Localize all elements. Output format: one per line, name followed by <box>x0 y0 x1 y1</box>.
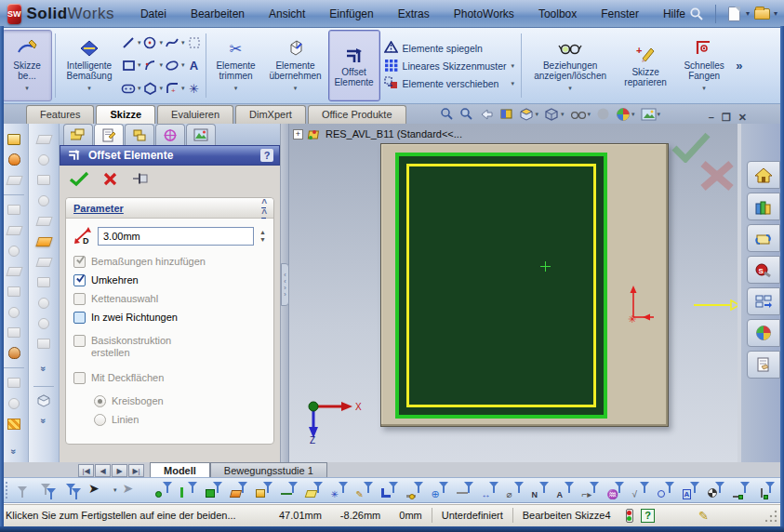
swept-boss-icon[interactable] <box>5 172 23 188</box>
status-edit-mode[interactable]: Bearbeiten Skizze4 <box>513 510 620 521</box>
filter-center-of-mass-icon[interactable] <box>706 481 725 499</box>
fillet-tool-icon[interactable]: + <box>164 81 180 96</box>
view-palette-icon[interactable] <box>747 287 780 315</box>
filter-toggle-icon[interactable] <box>13 481 33 499</box>
shadows-toggle-icon[interactable] <box>596 107 610 121</box>
displaymanager-tab-icon[interactable] <box>186 124 216 145</box>
relations-dropdown-icon[interactable]: ▾ <box>568 83 572 93</box>
new-document-icon[interactable] <box>725 5 744 23</box>
ellipse-tool-icon[interactable] <box>164 58 180 73</box>
appearances-scenes-icon[interactable] <box>747 319 780 347</box>
menu-fenster[interactable]: Fenster <box>599 6 641 22</box>
tab-features[interactable]: Features <box>26 105 94 124</box>
standard-views-cube-icon[interactable] <box>34 393 53 409</box>
views-chevron-icon[interactable]: » <box>39 419 49 424</box>
chamfer-feature-icon[interactable] <box>5 325 23 340</box>
zoom-to-area-icon[interactable] <box>459 107 473 121</box>
linear-pattern-feature-icon[interactable] <box>5 375 23 391</box>
open-document-dropdown-icon[interactable]: ▾ <box>774 9 777 18</box>
filter-routing-points-icon[interactable] <box>756 481 776 499</box>
slot-dropdown-icon[interactable]: ▾ <box>138 85 141 92</box>
dome-feature-icon[interactable] <box>34 193 53 208</box>
revolved-cut-icon[interactable] <box>5 243 23 259</box>
offset-entities-button[interactable]: Offset Elemente <box>328 30 380 101</box>
doc-close-button[interactable]: ✕ <box>738 112 747 124</box>
filter-sketches-icon[interactable]: ✎ <box>354 481 374 499</box>
graphics-viewport[interactable]: + RES_AVL_B11 (Standard<<... ✳ <box>289 124 737 462</box>
tab-scroll-first-icon[interactable]: |◀ <box>78 464 94 477</box>
menu-einfuegen[interactable]: Einfügen <box>327 6 375 22</box>
edit-appearance-icon[interactable]: ▾ <box>616 107 635 122</box>
checkbox-make-base-construction[interactable]: Basiskonstruktion erstellen <box>73 335 266 359</box>
helix-curve-icon[interactable] <box>34 315 53 331</box>
draft-feature-icon[interactable] <box>34 152 53 167</box>
reference-axis-icon[interactable] <box>34 254 53 270</box>
filter-annotations-icon[interactable]: A <box>555 481 575 499</box>
move-entities-button[interactable]: Elemente verschieben ▾ <box>384 76 515 91</box>
filter-dimensions-icon[interactable]: ↔ <box>480 481 499 499</box>
slot-tool-icon[interactable] <box>120 81 137 96</box>
design-library-icon[interactable] <box>747 193 780 220</box>
zoom-to-fit-icon[interactable] <box>440 107 454 121</box>
filter-center-marks-icon[interactable]: ⊕ <box>430 481 449 499</box>
open-document-icon[interactable] <box>753 5 772 23</box>
tab-dimxpert[interactable]: DimXpert <box>235 105 306 124</box>
display-style-dropdown-icon[interactable]: ▾ <box>561 111 565 118</box>
display-delete-relations-button[interactable]: Beziehungen anzeigen/löschen ▾ <box>525 30 616 101</box>
view-orientation-icon[interactable]: ▾ <box>519 107 539 122</box>
reference-point-icon[interactable] <box>34 295 53 311</box>
filter-datum-targets-icon[interactable]: A <box>681 481 700 499</box>
filter-notes-icon[interactable]: N <box>530 481 550 499</box>
smart-dimension-dropdown-icon[interactable]: ▾ <box>87 83 91 93</box>
tab-bewegungsstudie-1[interactable]: Bewegungsstudie 1 <box>210 462 327 477</box>
checkbox-add-dimensions[interactable]: Bemaßungen hinzufügen <box>73 256 266 268</box>
quick-tips-traffic-light-icon[interactable] <box>620 509 639 523</box>
offset-direction-arrow[interactable] <box>694 299 737 311</box>
tab-scroll-prev-icon[interactable]: ◀ <box>95 464 111 477</box>
tab-skizze[interactable]: Skizze <box>96 105 155 124</box>
fillet-dropdown-icon[interactable]: ▾ <box>181 85 185 92</box>
menu-bearbeiten[interactable]: Bearbeiten <box>189 6 246 22</box>
ellipse-dropdown-icon[interactable]: ▾ <box>181 61 185 69</box>
select-all-filters-icon[interactable] <box>63 481 83 499</box>
delete-face-icon[interactable] <box>34 336 53 352</box>
tree-expand-icon[interactable]: + <box>293 129 303 140</box>
arc-dropdown-icon[interactable]: ▾ <box>160 61 164 69</box>
configurationmanager-tab-icon[interactable] <box>125 124 154 145</box>
distance-spinner[interactable]: ▲▼ <box>259 230 266 243</box>
menu-datei[interactable]: Datei <box>139 6 168 22</box>
point-tool-icon[interactable]: ✳ <box>186 81 203 96</box>
trim-entities-button[interactable]: ✂ Elemente trimmen ▾ <box>209 30 263 101</box>
checkbox-bi-directional[interactable]: In zwei Richtungen <box>73 312 266 324</box>
radio-arcs[interactable]: Kreisbogen <box>94 395 266 407</box>
line-tool-icon[interactable] <box>120 35 137 50</box>
filter-surface-bodies-icon[interactable] <box>229 481 248 499</box>
lofted-boss-icon[interactable] <box>5 202 23 218</box>
tree-root-label[interactable]: RES_AVL_B11 (Standard<<... <box>326 128 462 140</box>
extruded-boss-icon[interactable] <box>5 131 23 147</box>
filter-faces-icon[interactable] <box>204 481 223 499</box>
wrap-feature-icon[interactable] <box>34 172 53 188</box>
convert-dropdown-icon[interactable]: ▾ <box>294 83 298 93</box>
revolved-boss-icon[interactable] <box>5 152 23 167</box>
filter-weld-symbols-icon[interactable]: ⌐▸ <box>580 481 600 499</box>
linear-sketch-pattern-button[interactable]: Lineares Skizzenmuster ▾ <box>384 59 515 73</box>
part-face[interactable]: ✳ <box>380 143 669 427</box>
lofted-cut-icon[interactable] <box>5 284 23 299</box>
tab-office-produkte[interactable]: Office Produkte <box>308 105 406 124</box>
display-style-icon[interactable]: ▾ <box>544 107 565 122</box>
exit-sketch-dropdown-icon[interactable]: ▾ <box>25 83 29 93</box>
filter-surface-finish-icon[interactable]: √ <box>631 481 650 499</box>
section-view-icon[interactable] <box>499 107 513 121</box>
collapse-chevron-icon[interactable]: ^^ <box>261 198 266 219</box>
window-resize-grip[interactable] <box>765 509 778 522</box>
splitter-handle[interactable]: ‹‹›› <box>281 263 289 306</box>
filter-hole-callouts-icon[interactable]: ⌀ <box>505 481 525 499</box>
apply-scene-icon[interactable]: ▾ <box>641 108 661 121</box>
fillet-feature-icon[interactable] <box>5 304 23 320</box>
radio-lines[interactable]: Linien <box>94 414 266 426</box>
repair-sketch-button[interactable]: + Skizze reparieren <box>616 30 675 101</box>
filter-centerlines-icon[interactable] <box>455 481 474 499</box>
more-features-chevron-icon[interactable]: » <box>9 449 20 455</box>
extruded-cut-icon[interactable] <box>5 222 23 238</box>
